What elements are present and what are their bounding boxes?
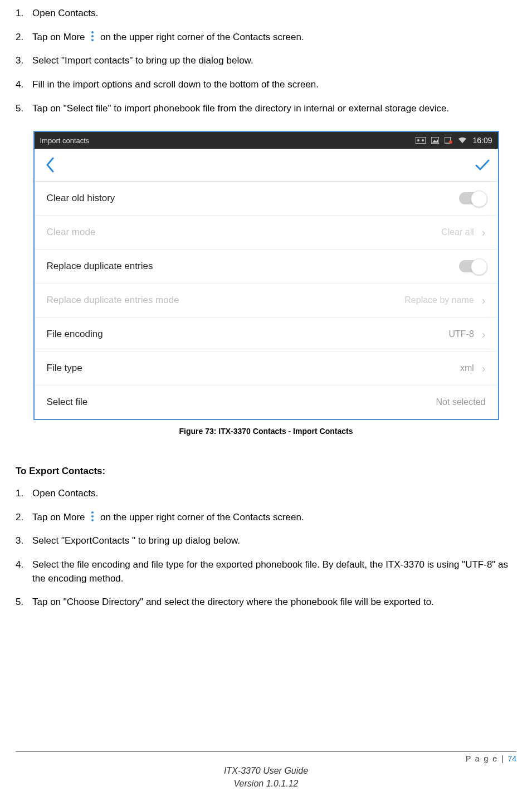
step-text: Tap on "Choose Directory" and select the… xyxy=(32,595,516,609)
import-step-5: 5. Tap on "Select file" to import phoneb… xyxy=(16,102,516,116)
step-number: 5. xyxy=(16,102,32,116)
row-clear-mode[interactable]: Clear mode Clear all › xyxy=(35,216,498,250)
row-label: Replace duplicate entries mode xyxy=(47,295,405,306)
footer-rule xyxy=(16,751,516,752)
svg-point-11 xyxy=(91,515,94,517)
step-2-text-b: on the upper right corner of the Contact… xyxy=(100,32,304,42)
step-text: Select the file encoding and file type f… xyxy=(32,558,516,585)
row-label: Select file xyxy=(47,397,436,408)
chevron-right-icon: › xyxy=(482,363,486,374)
page-label: P a g e | xyxy=(466,754,508,763)
footer-center: ITX-3370 User Guide Version 1.0.1.12 xyxy=(16,764,516,790)
checkmark-icon xyxy=(475,159,490,170)
chevron-right-icon: › xyxy=(482,329,486,340)
step-2-text-a: Tap on More xyxy=(32,32,85,42)
step-number: 3. xyxy=(16,54,32,68)
more-vertical-icon xyxy=(87,511,97,521)
status-bar-icons: 16:09 xyxy=(416,136,497,145)
row-replace-duplicate-mode[interactable]: Replace duplicate entries mode Replace b… xyxy=(35,284,498,318)
step-text: Select "Import contacts" to bring up the… xyxy=(32,54,516,68)
svg-point-1 xyxy=(91,35,94,37)
step-text: Tap on More on the upper right corner of… xyxy=(32,31,516,45)
step-2-text-a: Tap on More xyxy=(32,512,85,522)
figure-caption: Figure 73: ITX-3370 Contacts - Import Co… xyxy=(33,427,499,436)
svg-point-5 xyxy=(422,139,424,141)
row-clear-old-history[interactable]: Clear old history xyxy=(35,182,498,216)
export-step-2: 2. Tap on More on the upper right corner… xyxy=(16,511,516,525)
notification-dot-icon xyxy=(445,137,452,144)
back-button[interactable] xyxy=(35,157,66,173)
step-text: Open Contacts. xyxy=(32,487,516,501)
row-value: xml xyxy=(460,363,474,373)
step-text: Fill in the import options and scroll do… xyxy=(32,78,516,92)
svg-point-4 xyxy=(417,139,419,141)
step-number: 4. xyxy=(16,558,32,572)
row-label: Replace duplicate entries xyxy=(47,261,459,272)
android-status-bar: Import contacts 16:09 xyxy=(35,132,498,149)
step-number: 2. xyxy=(16,31,32,45)
step-text: Tap on "Select file" to import phonebook… xyxy=(32,102,516,116)
step-number: 1. xyxy=(16,7,32,21)
toggle-replace-duplicate[interactable] xyxy=(459,260,486,272)
toggle-knob xyxy=(471,258,487,275)
step-text: Select "ExportContacts " to bring up dia… xyxy=(32,534,516,548)
export-step-4: 4. Select the file encoding and file typ… xyxy=(16,558,516,585)
svg-point-9 xyxy=(449,140,452,144)
import-step-1: 1. Open Contacts. xyxy=(16,7,516,21)
voicemail-icon xyxy=(416,137,426,144)
row-label: File encoding xyxy=(47,329,449,340)
svg-marker-7 xyxy=(432,139,438,143)
row-value: Clear all xyxy=(441,227,474,237)
row-replace-duplicate-entries[interactable]: Replace duplicate entries xyxy=(35,250,498,284)
row-label: Clear old history xyxy=(47,193,459,204)
row-select-file[interactable]: Select file Not selected xyxy=(35,385,498,419)
import-step-4: 4. Fill in the import options and scroll… xyxy=(16,78,516,92)
page-number: P a g e | 74 xyxy=(16,754,516,763)
export-section-title: To Export Contacts: xyxy=(16,466,516,477)
svg-point-10 xyxy=(91,511,94,514)
chevron-right-icon: › xyxy=(482,227,486,238)
export-step-1: 1. Open Contacts. xyxy=(16,487,516,501)
page-number-value: 74 xyxy=(507,754,516,763)
status-bar-time: 16:09 xyxy=(472,136,492,145)
row-value: Not selected xyxy=(436,397,486,407)
status-bar-title: Import contacts xyxy=(35,136,416,145)
toggle-clear-old-history[interactable] xyxy=(459,192,486,204)
wifi-icon xyxy=(458,137,467,144)
figure-73: Import contacts 16:09 xyxy=(33,131,499,436)
action-bar xyxy=(35,149,498,182)
export-steps-list: 1. Open Contacts. 2. Tap on More on the … xyxy=(16,487,516,609)
step-text: Open Contacts. xyxy=(32,7,516,21)
confirm-button[interactable] xyxy=(467,159,498,170)
step-2-text-b: on the upper right corner of the Contact… xyxy=(100,512,304,522)
svg-rect-3 xyxy=(416,137,426,144)
step-number: 4. xyxy=(16,78,32,92)
step-text: Tap on More on the upper right corner of… xyxy=(32,511,516,525)
row-label: File type xyxy=(47,363,460,374)
svg-point-12 xyxy=(91,519,94,521)
row-file-encoding[interactable]: File encoding UTF-8 › xyxy=(35,318,498,351)
row-value: UTF-8 xyxy=(449,329,474,339)
import-step-2: 2. Tap on More on the upper right corner… xyxy=(16,31,516,45)
footer-line-2: Version 1.0.1.12 xyxy=(16,777,516,790)
more-vertical-icon xyxy=(87,31,97,41)
export-step-5: 5. Tap on "Choose Directory" and select … xyxy=(16,595,516,609)
row-label: Clear mode xyxy=(47,227,442,238)
export-step-3: 3. Select "ExportContacts " to bring up … xyxy=(16,534,516,548)
import-contacts-screenshot: Import contacts 16:09 xyxy=(33,131,499,420)
svg-point-0 xyxy=(91,31,94,33)
step-number: 3. xyxy=(16,534,32,548)
row-value: Replace by name xyxy=(404,295,474,305)
toggle-knob xyxy=(471,191,487,207)
step-number: 2. xyxy=(16,511,32,525)
step-number: 5. xyxy=(16,595,32,609)
footer-line-1: ITX-3370 User Guide xyxy=(16,764,516,777)
svg-point-2 xyxy=(91,39,94,41)
step-number: 1. xyxy=(16,487,32,501)
import-steps-list: 1. Open Contacts. 2. Tap on More on the … xyxy=(16,7,516,115)
import-step-3: 3. Select "Import contacts" to bring up … xyxy=(16,54,516,68)
picture-icon xyxy=(431,137,439,144)
page-footer: P a g e | 74 ITX-3370 User Guide Version… xyxy=(16,751,516,790)
row-file-type[interactable]: File type xml › xyxy=(35,351,498,385)
chevron-right-icon: › xyxy=(482,295,486,306)
